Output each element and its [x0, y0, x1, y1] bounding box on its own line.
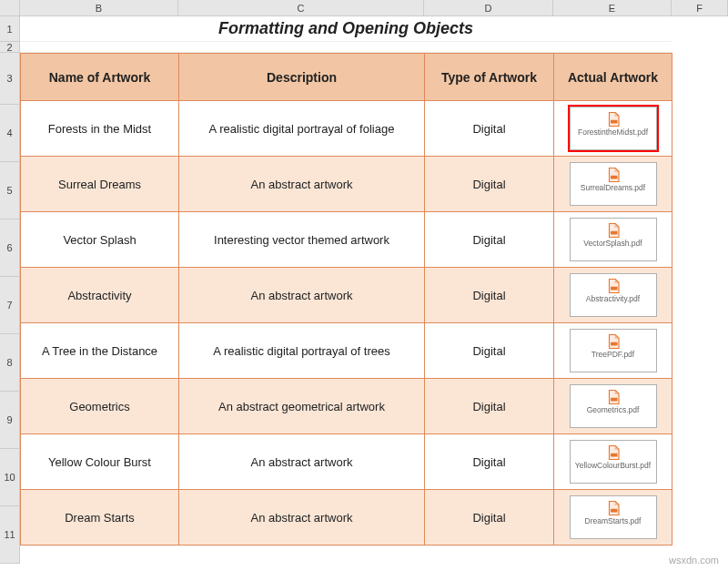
artwork-description-cell[interactable]: An abstract artwork — [179, 434, 425, 490]
artwork-type-cell[interactable]: Digital — [425, 212, 554, 268]
pdf-filename-label: VectorSplash.pdf — [571, 240, 656, 248]
pdf-filename-label: YellowColourBurst.pdf — [571, 462, 656, 470]
artwork-type-cell[interactable]: Digital — [425, 379, 554, 434]
embedded-pdf-object[interactable]: Abstractivity.pdf — [570, 273, 657, 317]
table-row: Yellow Colour BurstAn abstract artworkDi… — [21, 434, 672, 490]
svg-rect-5 — [611, 398, 618, 402]
embedded-pdf-object[interactable]: Geometrics.pdf — [570, 384, 657, 428]
pdf-filename-label: ForestintheMidst.pdf — [571, 128, 656, 137]
row-header-3[interactable]: 3 — [0, 53, 20, 105]
svg-rect-7 — [611, 509, 618, 513]
artwork-name-cell[interactable]: Vector Splash — [21, 212, 179, 268]
col-header-D[interactable]: D — [424, 0, 553, 16]
col-header-F[interactable]: F — [672, 0, 728, 16]
row-header-9[interactable]: 9 — [0, 392, 20, 449]
embedded-pdf-object[interactable]: SurrealDreams.pdf — [570, 162, 657, 206]
watermark: wsxdn.com — [669, 555, 719, 566]
pdf-filename-label: Geometrics.pdf — [571, 406, 656, 414]
pdf-filename-label: DreamStarts.pdf — [571, 517, 656, 525]
header-actual: Actual Artwork — [554, 54, 672, 101]
page-title: Formatting and Opening Objects — [20, 16, 672, 42]
artwork-table: Name of Artwork Description Type of Artw… — [20, 53, 672, 546]
row-header-5[interactable]: 5 — [0, 162, 20, 219]
artwork-description-cell[interactable]: Interesting vector themed artwork — [179, 212, 425, 268]
pdf-file-icon — [605, 444, 622, 461]
artwork-object-cell: VectorSplash.pdf — [554, 212, 672, 268]
artwork-description-cell[interactable]: A realistic digital portrayal of foliage — [179, 101, 425, 157]
table-row: Forests in the MidstA realistic digital … — [21, 101, 672, 157]
row-header-4[interactable]: 4 — [0, 105, 20, 162]
worksheet-content: Formatting and Opening Objects Name of A… — [20, 16, 672, 546]
pdf-file-icon — [605, 389, 622, 405]
artwork-object-cell: DreamStarts.pdf — [554, 490, 672, 546]
pdf-file-icon — [605, 278, 622, 294]
header-type: Type of Artwork — [425, 54, 554, 101]
pdf-file-icon — [605, 167, 622, 183]
svg-rect-6 — [611, 454, 618, 457]
artwork-description-cell[interactable]: A realistic digital portrayal of trees — [179, 323, 425, 379]
embedded-pdf-object[interactable]: VectorSplash.pdf — [570, 218, 657, 261]
artwork-name-cell[interactable]: A Tree in the Distance — [21, 323, 179, 379]
svg-rect-3 — [611, 287, 618, 291]
artwork-object-cell: Abstractivity.pdf — [554, 268, 672, 323]
artwork-object-cell: ForestintheMidst.pdf — [554, 101, 672, 157]
row-header-11[interactable]: 11 — [0, 506, 20, 564]
pdf-filename-label: SurrealDreams.pdf — [571, 184, 656, 192]
pdf-file-icon — [605, 500, 622, 516]
pdf-filename-label: Abstractivity.pdf — [571, 295, 656, 303]
embedded-pdf-object[interactable]: DreamStarts.pdf — [570, 495, 657, 539]
artwork-type-cell[interactable]: Digital — [425, 101, 554, 157]
artwork-object-cell: YellowColourBurst.pdf — [554, 434, 672, 490]
artwork-object-cell: SurrealDreams.pdf — [554, 157, 672, 212]
embedded-pdf-object[interactable]: YellowColourBurst.pdf — [570, 440, 657, 484]
row-header-2[interactable]: 2 — [0, 42, 20, 53]
pdf-file-icon — [605, 333, 622, 350]
artwork-description-cell[interactable]: An abstract artwork — [179, 490, 425, 546]
row-header-7[interactable]: 7 — [0, 277, 20, 334]
row-header-6[interactable]: 6 — [0, 219, 20, 277]
row-header-10[interactable]: 10 — [0, 449, 20, 506]
table-row: Vector SplashInteresting vector themed a… — [21, 212, 672, 268]
artwork-type-cell[interactable]: Digital — [425, 323, 554, 379]
pdf-file-icon — [605, 222, 622, 239]
table-row: AbstractivityAn abstract artworkDigital … — [21, 268, 672, 323]
svg-rect-0 — [611, 120, 618, 124]
table-row: Surreal DreamsAn abstract artworkDigital… — [21, 157, 672, 212]
artwork-type-cell[interactable]: Digital — [425, 268, 554, 323]
pdf-filename-label: TreePDF.pdf — [571, 351, 656, 359]
embedded-pdf-object[interactable]: ForestintheMidst.pdf — [570, 107, 657, 150]
artwork-object-cell: Geometrics.pdf — [554, 379, 672, 434]
table-row: A Tree in the DistanceA realistic digita… — [21, 323, 672, 379]
artwork-name-cell[interactable]: Forests in the Midst — [21, 101, 179, 157]
header-name: Name of Artwork — [21, 54, 179, 101]
pdf-file-icon — [605, 111, 622, 127]
artwork-type-cell[interactable]: Digital — [425, 434, 554, 490]
artwork-description-cell[interactable]: An abstract artwork — [179, 157, 425, 212]
col-header-corner[interactable] — [0, 0, 20, 16]
embedded-pdf-object[interactable]: TreePDF.pdf — [570, 329, 657, 372]
artwork-name-cell[interactable]: Dream Starts — [21, 490, 179, 546]
artwork-type-cell[interactable]: Digital — [425, 490, 554, 546]
row-header-1[interactable]: 1 — [0, 16, 20, 42]
svg-rect-4 — [611, 342, 618, 346]
svg-rect-2 — [611, 231, 618, 235]
col-header-C[interactable]: C — [178, 0, 424, 16]
col-header-E[interactable]: E — [553, 0, 672, 16]
artwork-name-cell[interactable]: Yellow Colour Burst — [21, 434, 179, 490]
col-header-B[interactable]: B — [20, 0, 178, 16]
artwork-description-cell[interactable]: An abstract geometrical artwork — [179, 379, 425, 434]
blank-row — [20, 42, 672, 53]
table-row: Dream StartsAn abstract artworkDigital D… — [21, 490, 672, 546]
artwork-description-cell[interactable]: An abstract artwork — [179, 268, 425, 323]
row-header-8[interactable]: 8 — [0, 334, 20, 392]
artwork-name-cell[interactable]: Abstractivity — [21, 268, 179, 323]
spreadsheet: B C D E F 1 2 3 4 5 6 7 8 9 10 11 Format… — [0, 0, 728, 571]
artwork-object-cell: TreePDF.pdf — [554, 323, 672, 379]
artwork-name-cell[interactable]: Surreal Dreams — [21, 157, 179, 212]
header-description: Description — [179, 54, 425, 101]
artwork-name-cell[interactable]: Geometrics — [21, 379, 179, 434]
svg-rect-1 — [611, 176, 618, 179]
artwork-type-cell[interactable]: Digital — [425, 157, 554, 212]
table-row: GeometricsAn abstract geometrical artwor… — [21, 379, 672, 434]
